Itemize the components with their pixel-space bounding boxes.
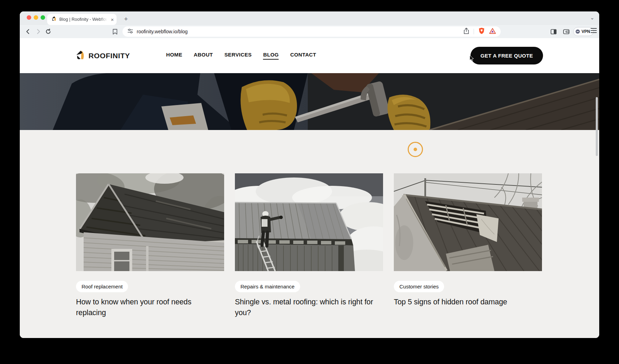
tab-close-icon[interactable]: × <box>111 17 114 22</box>
browser-tab[interactable]: Blog | Roofinity - Webflow HT × <box>47 14 117 25</box>
close-window-button[interactable] <box>27 15 31 20</box>
roofinity-logo-icon <box>76 50 85 61</box>
browser-menu-icon[interactable] <box>591 28 597 33</box>
nav-services[interactable]: SERVICES <box>224 52 252 60</box>
get-free-quote-button[interactable]: GET A FREE QUOTE <box>470 47 543 64</box>
blog-card[interactable]: Roof replacement How to know when your r… <box>76 173 224 318</box>
category-badge: Roof replacement <box>76 281 128 292</box>
tab-strip: Blog | Roofinity - Webflow HT × + ⌄ <box>20 11 599 25</box>
bookmark-sidebar-icon[interactable] <box>111 27 119 36</box>
post-title[interactable]: Shingle vs. metal roofing: which is righ… <box>235 297 381 318</box>
vpn-label: VPN <box>582 29 590 34</box>
nav-home[interactable]: HOME <box>166 52 183 60</box>
brave-rewards-bat-icon[interactable] <box>489 28 496 35</box>
category-badge: Customer stories <box>394 281 444 292</box>
card-image-damaged-shingle-house[interactable] <box>76 173 224 271</box>
main-navigation: HOME ABOUT SERVICES BLOG CONTACT <box>166 52 316 60</box>
reload-button[interactable] <box>44 27 52 36</box>
post-title[interactable]: Top 5 signs of hidden roof damage <box>394 297 540 307</box>
tab-title: Blog | Roofinity - Webflow HT <box>59 17 108 22</box>
wallet-icon[interactable] <box>562 27 570 36</box>
logo[interactable]: ROOFINITY <box>76 50 130 61</box>
vpn-status-icon <box>576 29 580 34</box>
category-badge: Repairs & maintenance <box>235 281 300 292</box>
window-controls <box>27 15 45 20</box>
site-header: ROOFINITY HOME ABOUT SERVICES BLOG CONTA… <box>20 38 599 73</box>
blog-section: Roof replacement How to know when your r… <box>20 130 599 338</box>
url-text[interactable]: roofinity.webflow.io/blog <box>137 29 188 34</box>
minimize-window-button[interactable] <box>34 15 38 20</box>
scrollbar-thumb[interactable] <box>596 97 598 156</box>
fullscreen-window-button[interactable] <box>41 15 45 20</box>
site-settings-tune-icon[interactable] <box>127 28 133 35</box>
back-button[interactable] <box>24 27 32 36</box>
browser-window: Blog | Roofinity - Webflow HT × + ⌄ <box>20 11 599 338</box>
orange-circle-loader <box>408 142 423 157</box>
blog-card[interactable]: Repairs & maintenance Shingle vs. metal … <box>235 173 383 318</box>
blog-cards: Roof replacement How to know when your r… <box>76 173 543 318</box>
tab-search-chevron-icon[interactable]: ⌄ <box>590 15 594 21</box>
address-bar[interactable]: roofinity.webflow.io/blog <box>122 26 501 37</box>
share-icon[interactable] <box>464 28 469 36</box>
blog-card[interactable]: Customer stories Top 5 signs of hidden r… <box>394 173 542 318</box>
mouse-cursor <box>469 55 475 63</box>
sidebar-toggle-icon[interactable] <box>549 27 558 36</box>
toolbar-divider <box>474 29 474 34</box>
nav-about[interactable]: ABOUT <box>194 52 213 60</box>
nav-contact[interactable]: CONTACT <box>290 52 316 60</box>
hero-image <box>20 73 599 130</box>
post-title[interactable]: How to know when your roof needs replaci… <box>76 297 222 318</box>
card-image-metal-roof-worker[interactable] <box>235 173 383 271</box>
nav-blog[interactable]: BLOG <box>263 52 279 60</box>
forward-button[interactable] <box>34 27 42 36</box>
card-image-hidden-roof-damage[interactable] <box>394 173 542 271</box>
tab-favicon <box>51 16 57 23</box>
browser-toolbar: roofinity.webflow.io/blog <box>20 25 599 38</box>
brand-name: ROOFINITY <box>88 52 130 60</box>
new-tab-button[interactable]: + <box>121 14 131 24</box>
brave-shield-icon[interactable] <box>478 27 485 36</box>
